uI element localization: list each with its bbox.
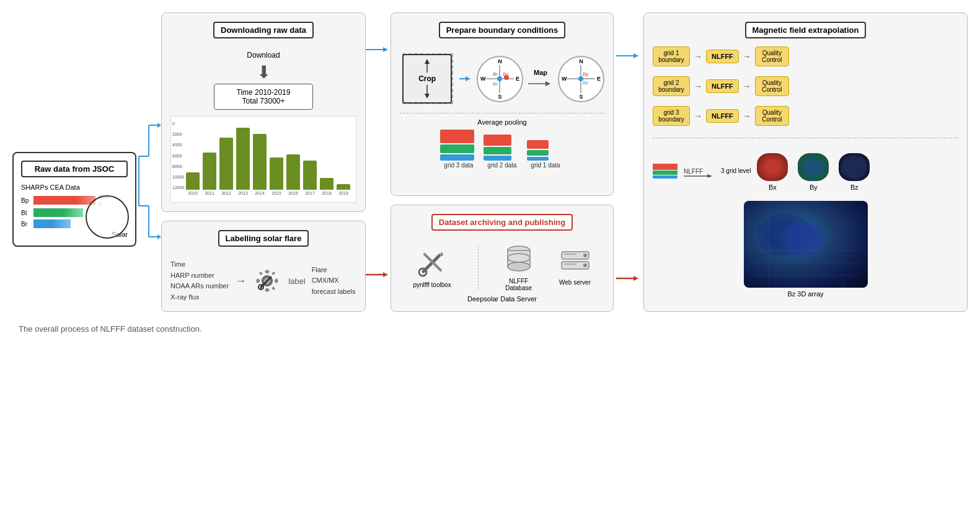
grid2-bars [483,135,521,161]
toolbox-icon-box: pynlfff toolbox [413,247,451,288]
nlfff-arrow: NLFFF [684,165,715,177]
svg-point-42 [508,262,530,271]
compass1-section: N S E W Bp Br Bt [477,56,523,102]
arrow-down-icon: ⬇ [170,62,356,82]
bar-2018 [320,178,333,190]
arrow3: → [694,81,702,91]
svg-rect-49 [564,264,576,265]
quality2: QualityControl [755,76,789,96]
svg-marker-53 [633,276,638,281]
dataset-title: Dataset archiving and publishing [431,214,573,231]
toolbox-icon [416,247,448,279]
svg-marker-56 [707,174,712,177]
time-range: Time 2010-2019 [221,88,306,97]
compass2-section: N S E W By Bz [558,56,604,102]
bc-col: Prepare boundary conditions [391,12,614,312]
crop-section: Crop [400,51,454,107]
bp-label: Bp [21,197,31,204]
bx-label: Bx [769,184,777,191]
nlfff2: NLFFF [706,79,739,93]
svg-point-25 [497,76,502,81]
svg-marker-15 [383,272,388,277]
magnetic-title: Magnetic field extrapolation [745,22,867,38]
bar-chart: 12000 10000 8000 6000 4000 2000 0 [170,116,356,203]
grid1-bars [527,140,564,161]
svg-rect-48 [564,254,576,255]
dataset-content: pynlfff toolbox NLFFFDatabase [400,243,604,291]
label-arrow: → [235,275,246,288]
svg-text:Bz: Bz [583,80,589,86]
br-label: Br [21,221,31,228]
arrow5: → [694,111,702,121]
3d-grid-lines [744,201,868,288]
mid-col: Downloading raw data Download ⬇ Time 201… [161,12,366,312]
labelling-title: Labelling solar flare [218,230,309,247]
svg-text:Br: Br [493,71,498,77]
by-blob [798,153,829,181]
bx-blob [757,153,788,181]
arrow-to-boundary-bot [366,268,391,281]
arrow-to-boundary-top [366,43,391,56]
circle-overlay [86,195,129,239]
arrow4: → [743,81,751,91]
arrow6: → [743,111,751,121]
chart-bars [186,122,353,190]
boundary-panel: Prepare boundary conditions [391,12,614,196]
grid3-item: grid 3 data [440,130,477,169]
br-bar [33,219,71,228]
bz3d-section: Bz 3D array [653,201,958,298]
webserver-box: Web server [559,249,591,286]
by-item: By [798,153,829,191]
server-icon [559,249,591,277]
crop-arrows-svg [402,54,452,104]
grid2-label: grid 2 data [487,162,516,169]
chart-y-labels: 12000 10000 8000 6000 4000 2000 0 [172,122,184,190]
sharps-label: SHARPs CEA Data [21,184,128,191]
dashed-divider1 [400,113,604,113]
quality1: QualityControl [755,46,789,66]
three-grid-section: NLFFF 3 grid level Bx By Bz [653,151,958,191]
arrow-to-right-bot [616,272,641,285]
map-label: Map [534,69,547,76]
grid3-boundary: grid 3boundary [653,106,690,126]
gear-icon [252,266,282,296]
raw-data-title: Raw data from JSOC [21,161,128,177]
svg-marker-18 [425,94,430,99]
avg-pool-label: Average pooling [400,118,604,126]
svg-text:Bp: Bp [503,71,509,77]
grid3-bars [440,130,477,161]
map-section: Map [528,69,553,89]
nlfff-db-box: NLFFFDatabase [505,243,532,291]
deepsolar-label: Deepsolar Data Server [400,295,604,303]
bz3d-label: Bz 3D array [787,290,823,298]
svg-text:By: By [583,71,589,77]
grid3-row: grid 3boundary → NLFFF → QualityControl [653,106,958,126]
bz3d-box [744,201,868,288]
svg-text:Bt: Bt [493,81,498,87]
grid2-item: grid 2 data [483,135,521,169]
grid1-row: grid 1boundary → NLFFF → QualityControl [653,46,958,66]
boundary-top: Crop N S E W [400,51,604,107]
label-right: Flare CMX/MX forecast labels [312,265,356,298]
svg-point-47 [583,264,587,267]
crop-to-compass-arrow [459,73,472,85]
magnetic-panel: Magnetic field extrapolation grid 1bound… [643,12,968,312]
bc-to-right-arrows [614,12,643,312]
bp-bar [33,196,95,205]
db-icon [505,243,532,275]
bx-item: Bx [757,153,788,191]
grid1-item: grid 1 data [527,140,564,169]
svg-point-45 [583,254,587,257]
svg-marker-21 [466,76,470,81]
grid3-label: grid 3 data [444,162,473,169]
bar-2010 [186,172,200,190]
bt-bar [33,208,83,217]
webserver-label: Web server [559,279,591,286]
bz-item: Bz [839,153,870,191]
bar-2017 [303,161,317,190]
svg-point-43 [508,254,530,262]
grid-data-row: grid 3 data grid 2 data [400,130,604,169]
crop-box: Crop [402,54,452,104]
svg-marker-13 [383,47,388,52]
arrow2: → [743,51,751,61]
